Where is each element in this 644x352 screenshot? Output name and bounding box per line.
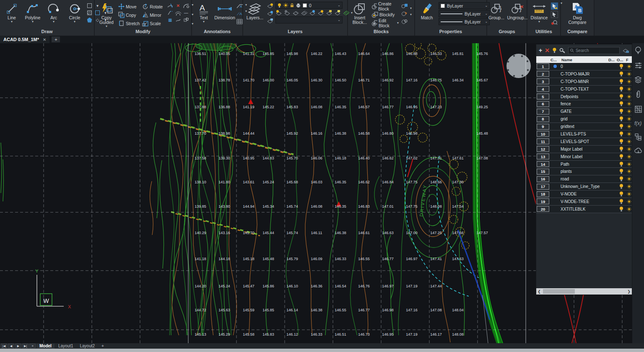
layer-row[interactable]: 17 Unknown_Line_Type: [536, 183, 632, 190]
layer-row[interactable]: 11 LEVELS-SPOT: [536, 138, 632, 146]
lengthen-icon[interactable]: [175, 17, 181, 23]
chevron-down-icon[interactable]: ⌄: [338, 4, 340, 7]
chevron-down-icon[interactable]: ▾: [397, 21, 399, 24]
chevron-down-icon[interactable]: ▾: [538, 20, 540, 23]
close-icon[interactable]: ✕: [43, 37, 46, 42]
chevron-down-icon[interactable]: ▾: [11, 20, 13, 23]
layer-row[interactable]: 20 XXTITLEBLK: [536, 206, 632, 213]
column-freeze[interactable]: F: [625, 57, 632, 62]
layer-on-bulb-icon[interactable]: [617, 162, 626, 167]
column-on[interactable]: O...: [616, 57, 625, 62]
extend-icon[interactable]: [167, 10, 173, 16]
previous-tab-icon[interactable]: ◀: [8, 344, 14, 348]
mirror-button[interactable]: Mirror: [142, 11, 163, 19]
copy-button[interactable]: Copy: [118, 11, 140, 19]
layer-freeze-sun-icon[interactable]: [626, 199, 632, 204]
layer-droplet-icon[interactable]: [309, 10, 316, 16]
move-button[interactable]: Move: [118, 3, 140, 10]
layer-on-bulb-icon[interactable]: [617, 154, 626, 159]
layer-freeze-sun-icon[interactable]: [626, 169, 632, 174]
distance-button[interactable]: Distance ▾: [530, 2, 548, 24]
line-tool-button[interactable]: Line ▾: [3, 2, 21, 24]
layer-walk-icon[interactable]: [326, 10, 332, 16]
layer-state-icon[interactable]: [334, 10, 341, 16]
add-layer-button[interactable]: +: [539, 47, 542, 53]
dash-tool-icon[interactable]: —: [183, 10, 189, 16]
layer-state-dropdown[interactable]: ⌄: [275, 16, 343, 23]
text-style-icon[interactable]: ⟋A: [236, 10, 243, 17]
layer-search-input[interactable]: Search: [568, 47, 620, 54]
layer-freeze-sun-icon[interactable]: [626, 132, 632, 136]
paperclip-icon[interactable]: [635, 90, 641, 99]
layer-off-icon[interactable]: [284, 10, 291, 16]
layer-row[interactable]: 13 Minor Label: [536, 153, 632, 161]
table-icon[interactable]: [236, 18, 243, 25]
layer-on-bulb-icon[interactable]: [617, 146, 626, 152]
layer-row[interactable]: 7 GATE: [536, 108, 632, 115]
layer-row[interactable]: 12 Major Label: [536, 146, 632, 153]
layer-on-bulb-icon[interactable]: [617, 101, 626, 107]
layer-on-icon[interactable]: [275, 10, 282, 16]
delete-layer-button[interactable]: ✕: [545, 47, 550, 53]
ungroup-button[interactable]: }✕ Ungroup...: [508, 2, 527, 21]
chevron-down-icon[interactable]: ▾: [106, 25, 107, 28]
layer-on-bulb-icon[interactable]: [617, 176, 626, 182]
layer-row[interactable]: 14 Path: [536, 161, 632, 168]
layer-color-cell[interactable]: [550, 65, 561, 68]
sheet-grid-icon[interactable]: [635, 106, 642, 113]
offset-icon[interactable]: [175, 10, 181, 16]
layer-on-bulb-icon[interactable]: [617, 64, 626, 69]
layer-on-bulb-icon[interactable]: [617, 131, 626, 137]
fillet-icon[interactable]: [183, 3, 189, 9]
layer-on-bulb-icon[interactable]: [617, 191, 626, 197]
layer-freeze-sun-icon[interactable]: [626, 64, 632, 69]
erase-icon[interactable]: ✕: [175, 3, 181, 9]
blockify-button[interactable]: Blockify: [371, 10, 399, 18]
layer-row[interactable]: 15 plants: [536, 168, 632, 175]
layer-row[interactable]: 16 road: [536, 175, 632, 183]
layer-freeze-sun-icon[interactable]: [626, 124, 632, 129]
layer-on-bulb-icon[interactable]: [617, 109, 626, 114]
layer-on-bulb-icon[interactable]: [617, 116, 626, 122]
layer-lock-icon[interactable]: [301, 10, 307, 16]
scale-button[interactable]: Scale: [142, 19, 163, 27]
first-tab-icon[interactable]: |◀: [1, 344, 7, 348]
insert-block-button[interactable]: Insert Block...: [351, 2, 369, 26]
layer-on-bulb-icon[interactable]: [617, 124, 626, 129]
layer-row[interactable]: 4 C-TOPO-TEXT: [536, 86, 632, 93]
layer-row[interactable]: 5 Defpoints: [536, 93, 632, 101]
layer-on-bulb-icon[interactable]: [617, 199, 626, 204]
add-layout-button[interactable]: +: [99, 344, 107, 349]
layer-freeze-sun-icon[interactable]: [626, 79, 632, 84]
circle-tool-button[interactable]: Circle ▾: [65, 2, 84, 24]
dwg-compare-button[interactable]: AB Dwg Compare: [567, 2, 588, 26]
horizontal-scrollbar[interactable]: ❮ ❯: [536, 288, 632, 295]
block-sync-icon[interactable]: [401, 18, 408, 25]
chevron-down-icon[interactable]: ⌄: [338, 18, 340, 21]
stretch-button[interactable]: Stretch: [118, 19, 140, 27]
column-name[interactable]: Name: [561, 57, 608, 62]
layer-on-bulb-icon[interactable]: [617, 94, 626, 99]
layer-freeze-sun-icon[interactable]: [626, 102, 632, 106]
layer-freeze-sun-icon[interactable]: [626, 192, 632, 196]
layer-settings-icon[interactable]: [622, 47, 629, 53]
layer-row[interactable]: 2 C-TOPO-MAJR: [536, 70, 632, 78]
tab-menu-icon[interactable]: ≡: [29, 344, 36, 348]
block-attach-icon[interactable]: [401, 3, 408, 9]
layer-freeze-sun-icon[interactable]: [626, 177, 632, 181]
layer-freeze-sun-icon[interactable]: [626, 94, 632, 99]
chevron-down-icon[interactable]: ▾: [410, 13, 412, 16]
layer-freeze-sun-icon[interactable]: [626, 184, 632, 189]
cursor-icon[interactable]: [551, 11, 558, 18]
chevron-down-icon[interactable]: ▾: [203, 20, 205, 23]
linetype-dropdown[interactable]: ByLayer ⌄: [439, 10, 490, 17]
explode-icon[interactable]: [183, 17, 189, 23]
document-tab[interactable]: ACAD 0.5M_1M* ✕: [0, 36, 49, 43]
copy-guided-button[interactable]: Copy Guided ▾: [97, 2, 116, 29]
lineweight-dropdown[interactable]: ByLayer ⌄: [439, 18, 490, 25]
layer-freeze-sun-icon[interactable]: [626, 162, 632, 167]
layer-thaw-icon[interactable]: [292, 10, 299, 16]
polyline-tool-button[interactable]: Polyline ▾: [23, 2, 42, 24]
create-block-button[interactable]: Create Block: [371, 2, 399, 10]
rotate-button[interactable]: Rotate: [142, 3, 163, 10]
